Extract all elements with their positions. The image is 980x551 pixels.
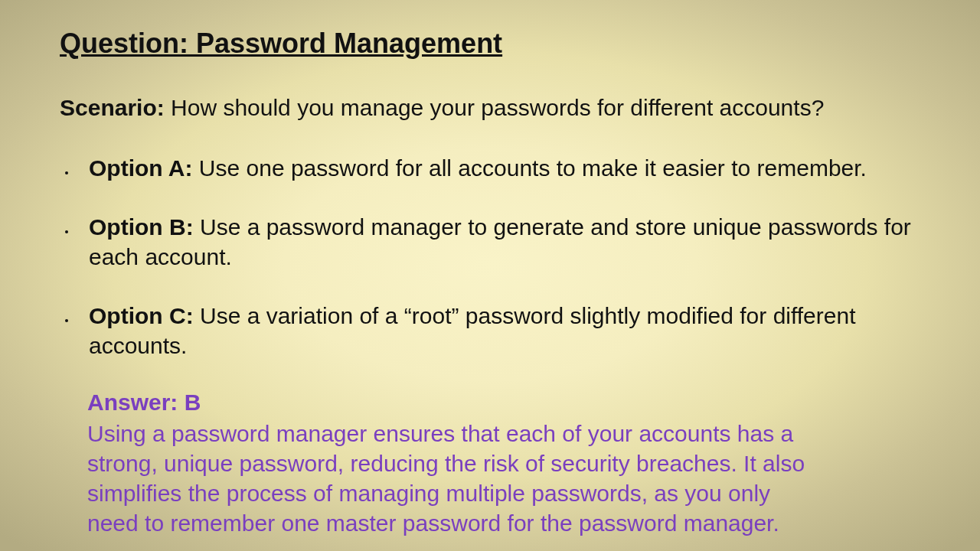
option-c: Option C: Use a variation of a “root” pa… xyxy=(77,301,920,360)
question-title: Question: Password Management xyxy=(60,28,920,60)
option-a-text: Use one password for all accounts to mak… xyxy=(193,155,867,181)
option-b-label: Option B: xyxy=(89,214,194,240)
slide: Question: Password Management Scenario: … xyxy=(0,0,980,551)
option-a-label: Option A: xyxy=(89,155,193,181)
answer-block: Answer: B Using a password manager ensur… xyxy=(60,390,920,538)
answer-heading: Answer: B xyxy=(87,390,813,416)
option-b-text: Use a password manager to generate and s… xyxy=(89,214,911,269)
scenario-text: How should you manage your passwords for… xyxy=(165,95,825,120)
scenario-label: Scenario: xyxy=(60,95,165,120)
option-c-text: Use a variation of a “root” password sli… xyxy=(89,303,855,358)
options-list: Option A: Use one password for all accou… xyxy=(60,153,920,360)
option-a: Option A: Use one password for all accou… xyxy=(77,153,920,183)
scenario-line: Scenario: How should you manage your pas… xyxy=(60,93,920,122)
option-b: Option B: Use a password manager to gene… xyxy=(77,212,920,272)
answer-text: Using a password manager ensures that ea… xyxy=(87,419,813,538)
option-c-label: Option C: xyxy=(89,303,194,328)
